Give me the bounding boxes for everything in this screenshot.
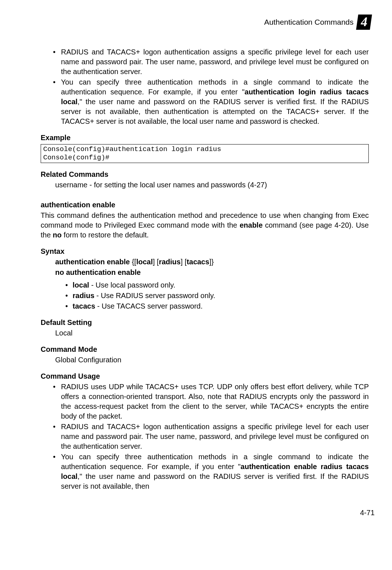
syntax-body: authentication enable {[local] [radius] …: [41, 257, 369, 277]
s-b4: tacacs: [187, 258, 209, 266]
option-item: radius - Use RADIUS server password only…: [73, 291, 369, 301]
intro-bullets: RADIUS and TACACS+ logon authentication …: [41, 47, 369, 126]
bullet-item: You can specify three authentication met…: [61, 77, 369, 126]
syntax-heading: Syntax: [41, 247, 369, 256]
s-b2: local: [136, 258, 153, 266]
commandmode-value: Global Configuration: [41, 355, 369, 365]
bullet-item: You can specify three authentication met…: [61, 452, 369, 491]
option-item: tacacs - Use TACACS server password.: [73, 301, 369, 311]
syntax-options: local - Use local password only. radius …: [41, 280, 369, 311]
opt-b: tacacs: [73, 302, 95, 310]
auth-enable-desc: This command defines the authentication …: [41, 211, 369, 240]
default-heading: Default Setting: [41, 318, 369, 327]
bullet-text: RADIUS and TACACS+ logon authentication …: [61, 48, 369, 76]
bullet-text: RADIUS uses UDP while TACACS+ uses TCP. …: [61, 383, 369, 420]
header-title: Authentication Commands: [264, 17, 354, 27]
commandmode-heading: Command Mode: [41, 345, 369, 354]
commandusage-heading: Command Usage: [41, 371, 369, 381]
page-content: RADIUS and TACACS+ logon authentication …: [41, 47, 369, 491]
s-l2: no authentication enable: [55, 268, 141, 276]
bullet-text-post: ," the user name and password on the RAD…: [61, 98, 369, 125]
bullet-text: RADIUS and TACACS+ logon authentication …: [61, 423, 369, 450]
page-number: 4-71: [17, 508, 375, 518]
bullet-item: RADIUS uses UDP while TACACS+ uses TCP. …: [61, 382, 369, 421]
related-line: username - for setting the local user na…: [41, 180, 369, 190]
related-heading: Related Commands: [41, 170, 369, 179]
s-t4: ]}: [209, 258, 214, 266]
code-example: Console(config)#authentication login rad…: [41, 144, 369, 163]
opt-t: - Use local password only.: [89, 281, 176, 289]
s-t2: ] [: [153, 258, 159, 266]
option-item: local - Use local password only.: [73, 280, 369, 290]
syntax-line1: authentication enable {[local] [radius] …: [55, 257, 369, 267]
opt-b: radius: [73, 292, 94, 300]
opt-t: - Use RADIUS server password only.: [94, 292, 215, 300]
desc-post: form to restore the default.: [62, 231, 149, 239]
page-header: Authentication Commands 4: [17, 15, 375, 30]
desc-b2: no: [53, 231, 61, 239]
bullet-item: RADIUS and TACACS+ logon authentication …: [61, 47, 369, 77]
chapter-number: 4: [361, 15, 367, 28]
example-heading: Example: [41, 133, 369, 143]
default-value: Local: [41, 328, 369, 338]
syntax-line2: no authentication enable: [55, 268, 369, 277]
auth-enable-heading: authentication enable: [41, 200, 369, 210]
s-b3: radius: [159, 258, 181, 266]
opt-t: - Use TACACS server password.: [95, 302, 203, 310]
opt-b: local: [73, 281, 89, 289]
bullet-text-post: ," the user name and password on the RAD…: [61, 472, 369, 490]
desc-b1: enable: [240, 221, 262, 229]
s-t1: {[: [130, 258, 136, 266]
bullet-item: RADIUS and TACACS+ logon authentication …: [61, 422, 369, 451]
s-b1: authentication enable: [55, 258, 130, 266]
s-t3: ] [: [181, 258, 187, 266]
usage-bullets: RADIUS uses UDP while TACACS+ uses TCP. …: [41, 382, 369, 491]
chapter-badge: 4: [356, 15, 372, 30]
